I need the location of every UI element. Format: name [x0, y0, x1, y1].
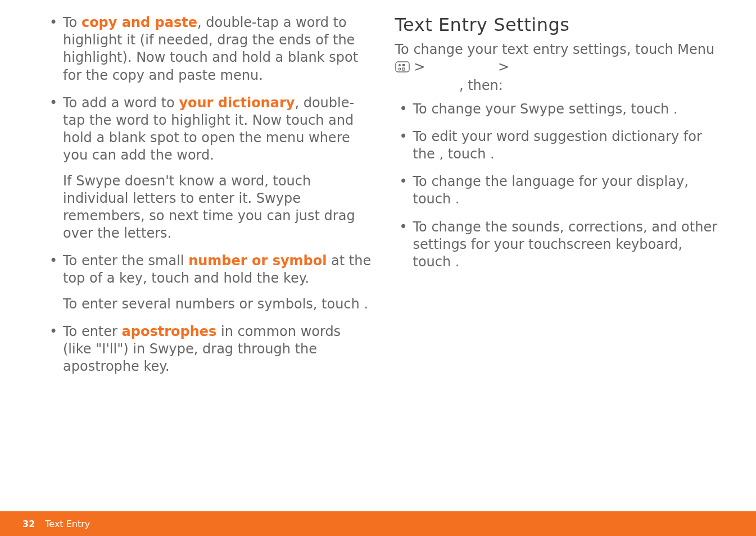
svg-point-1: [399, 64, 401, 66]
menu-icon: [395, 60, 410, 77]
text-pre: To add a word to: [63, 95, 179, 111]
path-sep-2: >: [494, 59, 509, 75]
footer-section: Text Entry: [45, 519, 90, 529]
path-sep-1: >: [410, 59, 429, 75]
text-pre: To enter the small: [63, 253, 188, 269]
lead-d: , then:: [459, 78, 503, 93]
highlight: your dictionary: [179, 95, 295, 111]
lead-a: To change your text entry settings, touc…: [395, 42, 715, 57]
highlight: copy and paste: [82, 15, 197, 30]
highlight: apostrophes: [122, 324, 217, 339]
left-bullet-list: To copy and paste, double-tap a word to …: [45, 14, 373, 375]
svg-point-3: [399, 68, 401, 70]
lead-paragraph: To change your text entry settings, touc…: [395, 41, 723, 95]
list-item: To enter the small number or symbol at t…: [45, 252, 373, 313]
section-heading: Text Entry Settings: [395, 14, 723, 35]
right-bullet-list: To change your Swype settings, touch . T…: [395, 101, 723, 271]
follow-paragraph: If Swype doesn't know a word, touch indi…: [63, 172, 373, 243]
list-item: To edit your word suggestion dictionary …: [395, 128, 723, 163]
list-item: To enter apostrophes in common words (li…: [45, 323, 373, 376]
follow-paragraph: To enter several numbers or symbols, tou…: [63, 296, 373, 313]
list-item: To copy and paste, double-tap a word to …: [45, 14, 373, 84]
page-number: 32: [22, 519, 35, 529]
text-pre: To enter: [63, 324, 122, 339]
path-placeholder-1: [429, 59, 494, 75]
highlight: number or symbol: [188, 253, 327, 269]
svg-rect-2: [402, 64, 405, 66]
right-column: Text Entry Settings To change your text …: [384, 14, 728, 536]
page: To copy and paste, double-tap a word to …: [0, 0, 756, 536]
left-column: To copy and paste, double-tap a word to …: [28, 14, 384, 536]
list-item: To add a word to your dictionary, double…: [45, 94, 373, 243]
text-pre: To: [63, 15, 82, 30]
list-item: To change the sounds, corrections, and o…: [395, 219, 723, 271]
list-item: To change the language for your display,…: [395, 173, 723, 208]
path-placeholder-2: [395, 78, 459, 93]
page-footer: 32 Text Entry: [0, 511, 756, 536]
list-item: To change your Swype settings, touch .: [395, 101, 723, 118]
svg-rect-4: [402, 68, 405, 70]
